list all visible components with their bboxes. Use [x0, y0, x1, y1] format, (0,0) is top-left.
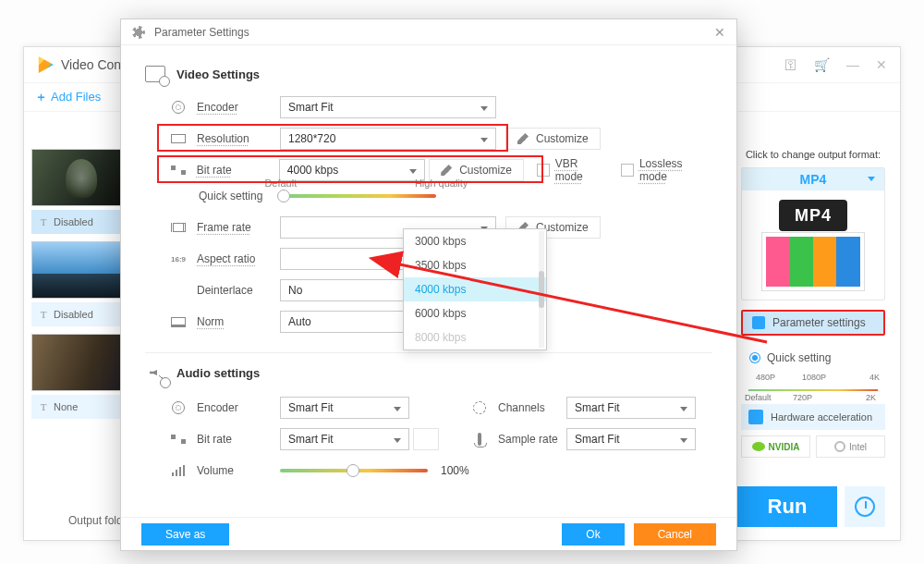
- resolution-label: Resolution: [197, 132, 280, 145]
- gpu-nvidia[interactable]: NVIDIA: [741, 435, 810, 458]
- chevron-down-icon: [394, 407, 401, 411]
- thumb-3-caption[interactable]: TNone: [31, 395, 131, 419]
- deinterlace-icon: [169, 283, 188, 298]
- channels-select[interactable]: Smart Fit: [566, 397, 696, 419]
- volume-icon: [172, 465, 185, 476]
- chevron-down-icon: [680, 407, 687, 411]
- bitrate-option-selected[interactable]: 4000 kbps: [404, 277, 546, 301]
- lossless-mode-checkbox[interactable]: Lossless mode: [621, 157, 712, 183]
- dialog-titlebar: Parameter Settings ✕: [121, 19, 736, 45]
- thumb-2[interactable]: [31, 241, 131, 299]
- add-files-button[interactable]: Add Files: [35, 90, 101, 104]
- samplerate-select[interactable]: Smart Fit: [566, 428, 696, 450]
- chevron-down-icon: [480, 106, 488, 111]
- volume-label: Volume: [197, 464, 280, 477]
- audio-settings-heading: Audio settings: [145, 362, 712, 383]
- bitrate-option[interactable]: 3000 kbps: [404, 229, 546, 253]
- gpu-intel[interactable]: Intel: [816, 435, 885, 458]
- video-bitrate-label: Bit rate: [197, 164, 279, 177]
- close-window-icon[interactable]: ✕: [876, 57, 887, 72]
- clock-icon: [855, 497, 875, 517]
- pencil-icon: [441, 165, 452, 176]
- sliders-icon: [752, 316, 765, 329]
- app-logo-icon: [37, 56, 54, 73]
- video-encoder-label: Encoder: [197, 101, 280, 114]
- volume-value: 100%: [441, 464, 469, 477]
- output-format-box[interactable]: MP4: [741, 167, 885, 300]
- right-panel: Click to change output format: MP4 Param…: [741, 149, 885, 458]
- ok-button[interactable]: Ok: [562, 523, 624, 546]
- quick-setting-button[interactable]: Quick setting: [741, 345, 885, 371]
- chevron-down-icon: [868, 177, 875, 181]
- samplerate-icon: [478, 433, 481, 446]
- resolution-icon: [171, 134, 186, 143]
- settings-icon: [132, 26, 145, 39]
- bitrate-option[interactable]: 8000 kbps: [404, 325, 546, 349]
- quick-setting-slider[interactable]: [281, 194, 436, 198]
- dialog-title: Parameter Settings: [154, 26, 249, 39]
- resolution-customize-button[interactable]: Customize: [505, 128, 601, 150]
- video-gear-icon: [145, 66, 165, 82]
- key-icon[interactable]: ⚿: [784, 57, 797, 72]
- bitrate-dropdown[interactable]: 3000 kbps 3500 kbps 4000 kbps 6000 kbps …: [403, 228, 547, 350]
- chip-icon: [748, 410, 763, 424]
- norm-icon: [171, 317, 186, 327]
- parameter-settings-dialog: Parameter Settings ✕ Video Settings Enco…: [120, 18, 737, 551]
- resolution-select[interactable]: 1280*720: [280, 128, 496, 150]
- change-format-label: Click to change output format:: [741, 149, 885, 160]
- cart-icon[interactable]: 🛒: [814, 57, 830, 72]
- volume-slider[interactable]: [280, 469, 428, 472]
- bitrate-icon: [171, 166, 186, 175]
- framerate-icon: [171, 223, 186, 232]
- hardware-accel-button[interactable]: Hardware acceleration: [741, 404, 885, 430]
- quick-setting-label: Quick setting: [199, 190, 262, 202]
- video-encoder-select[interactable]: Smart Fit: [280, 96, 496, 118]
- deinterlace-label: Deinterlace: [197, 284, 280, 297]
- video-bitrate-select[interactable]: 4000 kbps: [279, 159, 425, 181]
- minimize-icon[interactable]: —: [846, 57, 859, 72]
- thumb-3[interactable]: [31, 334, 131, 391]
- aspect-ratio-label: Aspect ratio: [197, 252, 280, 265]
- chevron-down-icon: [680, 438, 687, 443]
- dropdown-scrollbar[interactable]: [539, 231, 544, 348]
- mp4-badge-icon: [779, 200, 847, 231]
- chevron-down-icon: [394, 438, 401, 443]
- audio-encoder-select[interactable]: Smart Fit: [280, 397, 409, 419]
- dialog-close-icon[interactable]: ✕: [714, 25, 725, 40]
- thumb-1[interactable]: [31, 149, 131, 206]
- nvidia-icon: [752, 442, 765, 451]
- intel-icon: [834, 441, 845, 452]
- quick-hq-label: High quality: [415, 178, 468, 189]
- bitrate-option[interactable]: 3500 kbps: [404, 253, 546, 277]
- bitrate-option[interactable]: 6000 kbps: [404, 301, 546, 325]
- schedule-button[interactable]: [845, 486, 885, 527]
- quick-default-label: Default: [264, 178, 297, 189]
- dot-icon: [750, 353, 760, 362]
- speaker-icon: [145, 362, 165, 383]
- quality-slider[interactable]: 480P 1080P 4K Default 720P 2K: [745, 373, 881, 398]
- pencil-icon: [517, 133, 529, 144]
- audio-bitrate-label: Bit rate: [197, 433, 280, 446]
- cancel-button[interactable]: Cancel: [634, 523, 716, 546]
- chevron-down-icon: [480, 138, 488, 142]
- video-settings-heading: Video Settings: [145, 66, 712, 82]
- run-button[interactable]: Run: [737, 486, 837, 527]
- save-as-button[interactable]: Save as: [141, 523, 229, 546]
- encoder-icon: [172, 401, 185, 414]
- parameter-settings-button[interactable]: Parameter settings: [741, 310, 885, 336]
- vbr-mode-checkbox[interactable]: VBR mode: [537, 157, 608, 183]
- channels-icon: [473, 401, 486, 414]
- framerate-label: Frame rate: [197, 221, 280, 234]
- audio-bitrate-edit-button[interactable]: [413, 428, 439, 450]
- source-thumbnails: TDisabled TDisabled TNone: [31, 149, 131, 426]
- encoder-icon: [172, 101, 185, 114]
- audio-bitrate-select[interactable]: Smart Fit: [280, 428, 409, 450]
- channels-label: Channels: [498, 401, 566, 414]
- audio-encoder-label: Encoder: [197, 401, 280, 414]
- samplerate-label: Sample rate: [498, 433, 566, 446]
- chevron-down-icon: [409, 169, 417, 174]
- app-title: Video Conv: [61, 57, 128, 72]
- thumb-2-caption[interactable]: TDisabled: [31, 302, 131, 326]
- format-preview: [762, 198, 864, 290]
- thumb-1-caption[interactable]: TDisabled: [31, 210, 131, 234]
